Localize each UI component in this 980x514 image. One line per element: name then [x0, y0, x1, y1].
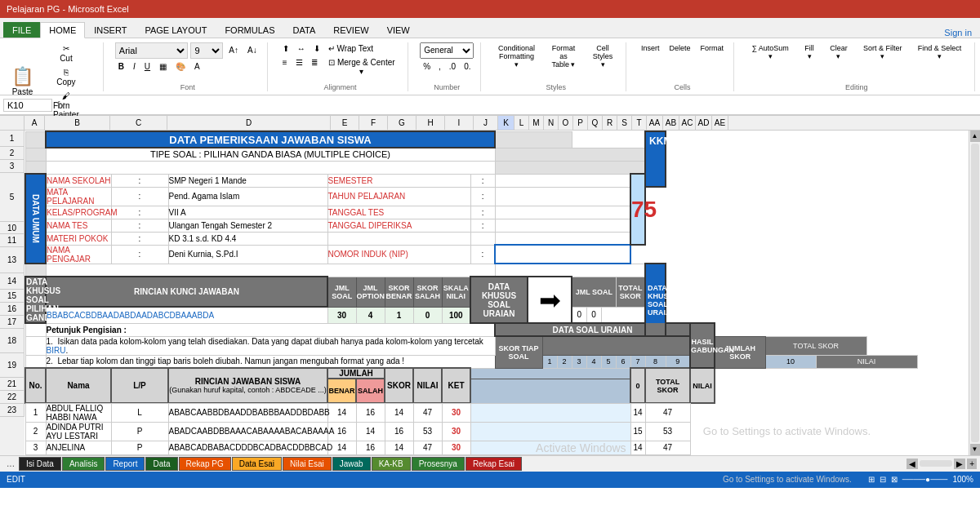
number-format-select[interactable]: General [420, 42, 474, 59]
cell-instr1: 1. Isikan data pada kolom-kolom yang tel… [46, 336, 495, 355]
comma-button[interactable]: , [435, 60, 444, 73]
scroll-up-button[interactable]: ▲ [970, 131, 980, 142]
zoom-level: 100% [952, 475, 973, 484]
cell-uraian-jml: JML SOAL [572, 277, 616, 307]
row-11: DATA KHUSUS SOAL URAIAN [25, 264, 968, 277]
sheet-tab-data[interactable]: Data [145, 457, 177, 471]
cell-nip-input[interactable] [495, 245, 630, 264]
copy-button[interactable]: ⎘Copy [36, 66, 96, 88]
sheet-tab-ka-kb[interactable]: KA-KB [372, 457, 411, 471]
sheet-tab-rekap-pg[interactable]: Rekap PG [179, 457, 231, 471]
tab-file[interactable]: FILE [3, 22, 40, 38]
cell-matpel-val: Pend. Agama Islam [168, 187, 327, 206]
merge-center-button[interactable]: ⊡ Merge & Center ▾ [323, 56, 402, 78]
autosum-button[interactable]: ∑ AutoSum ▾ [746, 42, 795, 62]
fill-button[interactable]: Fill ▾ [799, 42, 821, 62]
tab-view[interactable]: VIEW [378, 22, 419, 38]
sheet-tab-jawab[interactable]: Jawab [332, 457, 371, 471]
italic-button[interactable]: I [130, 60, 139, 73]
row-10: NAMA PENGAJAR : Deni Kurnia, S.Pd.I NOMO… [25, 245, 968, 264]
cell-r14 [601, 307, 616, 323]
align-bottom-button[interactable]: ⬇ [310, 42, 323, 55]
cell-namaTes-label: NAMA TES [46, 219, 111, 232]
formula-input[interactable] [69, 100, 977, 111]
tab-home[interactable]: HOME [40, 22, 85, 38]
vertical-scrollbar[interactable]: ▲ ▼ [969, 131, 980, 455]
font-size-select[interactable]: 9 [190, 42, 223, 59]
view-normal-icon[interactable]: ⊞ [868, 475, 875, 484]
view-page-break-icon[interactable]: ⊠ [891, 475, 898, 484]
format-table-button[interactable]: Format asTable ▾ [544, 42, 583, 70]
row-2: TIPE SOAL : PILIHAN GANDA BIASA (MULTIPL… [25, 148, 968, 161]
new-sheet-button[interactable]: + [967, 459, 977, 469]
insert-button[interactable]: Insert [638, 42, 663, 54]
col-header-c: C [110, 116, 167, 130]
clear-button[interactable]: Clear ▾ [823, 42, 853, 62]
row-num-17: 17 [0, 316, 24, 329]
cell-skala-h: SKALA NILAI [442, 277, 470, 307]
cell-nilai-h2: NILAI [816, 355, 917, 368]
paste-button[interactable]: 📋 Paste [11, 66, 33, 96]
scroll-thumb[interactable] [971, 144, 979, 442]
cell-arrow: ➡ [528, 277, 572, 323]
sign-in-button[interactable]: Sign in [944, 28, 980, 38]
increase-font-button[interactable]: A↑ [225, 44, 242, 56]
cell-skor-benar-h: SKOR BENAR [385, 277, 413, 307]
cell-salah-3: 16 [356, 441, 385, 454]
cell-num1: 1 [542, 355, 557, 368]
font-family-select[interactable]: Arial [115, 42, 189, 59]
fill-color-button[interactable]: 🎨 [172, 60, 189, 73]
cell-reference-input[interactable]: K10 [3, 99, 52, 112]
sheet-tabs-dots[interactable]: ... [3, 456, 18, 471]
horizontal-scrollbar[interactable]: ◀ ▶ + [906, 459, 980, 469]
sort-filter-button[interactable]: Sort & Filter ▾ [857, 42, 908, 62]
cut-button[interactable]: ✂Cut [36, 42, 96, 64]
cell-semester-val [495, 174, 630, 187]
row-1: DATA PEMERIKSAAN JAWABAN SISWA KKM [25, 131, 968, 148]
align-top-button[interactable]: ⬆ [279, 42, 292, 55]
increase-decimal-button[interactable]: .0 [446, 60, 459, 73]
sheet-tab-prosesnya[interactable]: Prosesnya [412, 457, 465, 471]
cell-ket-h: KET [442, 368, 470, 403]
scroll-right-button[interactable]: ▶ [954, 459, 965, 469]
h-scroll-thumb[interactable] [920, 460, 952, 467]
font-color-button[interactable]: A [191, 60, 203, 73]
align-middle-button[interactable]: ↔ [294, 42, 309, 55]
tab-review[interactable]: REVIEW [324, 22, 377, 38]
conditional-formatting-button[interactable]: ConditionalFormatting ▾ [492, 42, 540, 70]
percent-button[interactable]: % [420, 60, 434, 73]
wrap-text-button[interactable]: ↵ Wrap Text [325, 42, 376, 55]
cell-styles-button[interactable]: CellStyles ▾ [586, 42, 619, 70]
delete-button[interactable]: Delete [666, 42, 693, 54]
tab-page-layout[interactable]: PAGE LAYOUT [136, 22, 216, 38]
format-button[interactable]: Format [697, 42, 727, 54]
bold-button[interactable]: B [115, 60, 127, 73]
find-select-button[interactable]: Find & Select ▾ [911, 42, 968, 62]
cell-right-nilai-1: 47 [645, 403, 690, 422]
align-left-button[interactable]: ≡ [279, 56, 291, 78]
sheet-tab-data-esai[interactable]: Data Esai [232, 457, 282, 471]
decrease-font-button[interactable]: A↓ [244, 44, 261, 56]
scroll-left-button[interactable]: ◀ [906, 459, 918, 469]
align-center-button[interactable]: ☰ [292, 56, 306, 78]
sheet-tab-isi-data[interactable]: Isi Data [19, 457, 61, 471]
sheet-tab-rekap-esai[interactable]: Rekap Esai [466, 457, 522, 471]
view-layout-icon[interactable]: ⊟ [880, 475, 886, 484]
border-button[interactable]: ▦ [156, 60, 170, 73]
sheet-tab-analisis[interactable]: Analisis [62, 457, 105, 471]
decrease-decimal-button[interactable]: 0. [461, 60, 474, 73]
tab-formulas[interactable]: FORMULAS [216, 22, 283, 38]
cell-lp-3: P [111, 441, 168, 454]
zoom-slider[interactable]: ────●─── [902, 475, 948, 484]
cell-rincian-h: RINCIAN JAWABAN SISWA (Gunakan huruf kap… [168, 368, 327, 403]
tab-data[interactable]: DATA [284, 22, 325, 38]
tab-insert[interactable]: INSERT [85, 22, 136, 38]
scroll-down-button[interactable]: ▼ [970, 444, 980, 455]
sheet-tab-report[interactable]: Report [105, 457, 145, 471]
align-right-button[interactable]: ≣ [308, 56, 321, 78]
paste-icon: 📋 [11, 66, 33, 87]
formula-bar: K10 fx [0, 95, 980, 115]
number-group: General % , .0 0. Number [413, 42, 481, 91]
sheet-tab-nilai-esai[interactable]: Nilai Esai [283, 457, 332, 471]
underline-button[interactable]: U [141, 60, 154, 73]
